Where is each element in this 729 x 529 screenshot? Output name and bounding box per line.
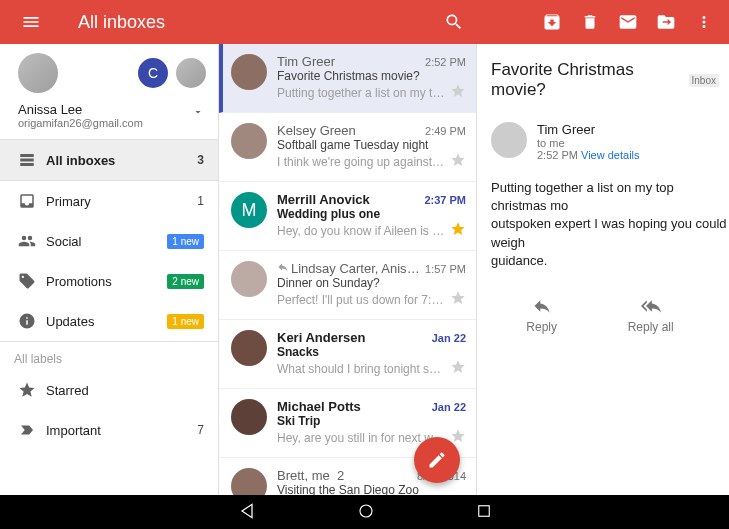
back-button[interactable]: [237, 501, 257, 524]
message-subject: Dinner on Sunday?: [277, 276, 466, 290]
message-item[interactable]: M Merrill Anovick 2:37 PM Wedding plus o…: [219, 182, 476, 251]
current-account-avatar[interactable]: [18, 53, 58, 93]
delete-icon[interactable]: [571, 0, 609, 44]
sidebar: C Anissa Lee origamifan26@gmail.com All …: [0, 44, 219, 495]
message-from: Michael Potts: [277, 399, 432, 414]
avatar[interactable]: M: [231, 192, 267, 228]
account-name: Anissa Lee: [18, 102, 192, 117]
svg-point-0: [360, 505, 372, 517]
message-from: Keri Andersen: [277, 330, 432, 345]
nav-label: Starred: [46, 383, 204, 398]
star-toggle[interactable]: [450, 221, 466, 240]
message-snippet: Putting together a list on my top christ…: [277, 86, 446, 100]
reply-all-button[interactable]: Reply all: [628, 296, 674, 334]
message-time: 2:52 PM: [425, 56, 466, 68]
reply-label: Reply: [526, 320, 557, 334]
compose-button[interactable]: [414, 437, 460, 483]
page-title: All inboxes: [78, 12, 165, 33]
nav-promotions[interactable]: Promotions 2 new: [0, 261, 218, 301]
nav-label: Important: [46, 423, 197, 438]
email-time: 2:52 PM: [537, 149, 578, 161]
reading-pane: Favorite Christmas movie? Inbox Tim Gree…: [477, 44, 729, 495]
message-item[interactable]: Kelsey Green 2:49 PM Softball game Tuesd…: [219, 113, 476, 182]
people-icon: [18, 232, 46, 250]
account-email: origamifan26@gmail.com: [18, 117, 192, 129]
account-info[interactable]: Anissa Lee origamifan26@gmail.com: [0, 96, 218, 139]
email-body: Putting together a list on my top christ…: [491, 179, 729, 270]
star-toggle[interactable]: [450, 83, 466, 102]
switch-account-letter[interactable]: C: [138, 58, 168, 88]
message-time: Jan 22: [432, 401, 466, 413]
message-time: 1:57 PM: [425, 263, 466, 275]
message-from: Merrill Anovick: [277, 192, 424, 207]
nav-important[interactable]: Important 7: [0, 410, 218, 450]
android-nav-bar: [0, 495, 729, 529]
nav-all-inboxes[interactable]: All inboxes 3: [0, 140, 218, 180]
nav-label: Primary: [46, 194, 197, 209]
message-from: Kelsey Green: [277, 123, 425, 138]
avatar[interactable]: [231, 261, 267, 297]
email-subject: Favorite Christmas movie?: [491, 60, 683, 100]
important-icon: [18, 421, 46, 439]
nav-label: All inboxes: [46, 153, 197, 168]
nav-social[interactable]: Social 1 new: [0, 221, 218, 261]
menu-icon[interactable]: [12, 0, 50, 44]
avatar[interactable]: [231, 54, 267, 90]
view-details-link[interactable]: View details: [581, 149, 640, 161]
avatar[interactable]: [231, 123, 267, 159]
mark-unread-icon[interactable]: [609, 0, 647, 44]
message-time: 2:37 PM: [424, 194, 466, 206]
other-account-avatar[interactable]: [176, 58, 206, 88]
message-subject: Wedding plus one: [277, 207, 466, 221]
reply-button[interactable]: Reply: [526, 296, 557, 334]
home-button[interactable]: [357, 502, 375, 523]
sender-avatar[interactable]: [491, 122, 527, 158]
nav-primary[interactable]: Primary 1: [0, 181, 218, 221]
nav-starred[interactable]: Starred: [0, 370, 218, 410]
email-to: to me: [537, 137, 640, 149]
overflow-menu-icon[interactable]: [685, 0, 723, 44]
account-avatars: C: [0, 44, 218, 96]
app-bar: All inboxes: [0, 0, 729, 44]
star-toggle[interactable]: [450, 359, 466, 378]
message-snippet: What should I bring tonight snack wise? …: [277, 362, 446, 376]
nav-badge: 2 new: [167, 274, 204, 289]
nav-badge: 1 new: [167, 234, 204, 249]
message-subject: Visiting the San Diego Zoo: [277, 483, 466, 495]
message-from: Lindsay Carter, Anissa Lee 3: [277, 261, 425, 276]
archive-icon[interactable]: [533, 0, 571, 44]
message-item[interactable]: Lindsay Carter, Anissa Lee 3 1:57 PM Din…: [219, 251, 476, 320]
email-from: Tim Greer: [537, 122, 640, 137]
caret-down-icon: [192, 102, 204, 121]
all-inboxes-icon: [18, 151, 46, 169]
nav-label: Updates: [46, 314, 167, 329]
message-item[interactable]: Tim Greer 2:52 PM Favorite Christmas mov…: [219, 44, 476, 113]
message-subject: Favorite Christmas movie?: [277, 69, 466, 83]
star-icon: [18, 381, 46, 399]
section-all-labels: All labels: [0, 342, 218, 370]
nav-label: Social: [46, 234, 167, 249]
nav-updates[interactable]: Updates 1 new: [0, 301, 218, 341]
message-time: Jan 22: [432, 332, 466, 344]
star-toggle[interactable]: [450, 290, 466, 309]
message-from: Tim Greer: [277, 54, 425, 69]
recent-apps-button[interactable]: [475, 502, 493, 523]
message-subject: Snacks: [277, 345, 466, 359]
message-list: Tim Greer 2:52 PM Favorite Christmas mov…: [219, 44, 477, 495]
avatar[interactable]: [231, 468, 267, 495]
nav-count: 1: [197, 194, 204, 208]
star-toggle[interactable]: [450, 152, 466, 171]
message-snippet: Hey, do you know if Aileen is still avai…: [277, 224, 446, 238]
move-to-icon[interactable]: [647, 0, 685, 44]
message-snippet: Perfect! I'll put us down for 7:30pm… In…: [277, 293, 446, 307]
message-subject: Softball game Tuesday night: [277, 138, 466, 152]
message-time: 2:49 PM: [425, 125, 466, 137]
search-icon[interactable]: [435, 0, 473, 44]
message-item[interactable]: Keri Andersen Jan 22 Snacks What should …: [219, 320, 476, 389]
reply-all-label: Reply all: [628, 320, 674, 334]
avatar[interactable]: [231, 399, 267, 435]
email-folder-label: Inbox: [689, 74, 719, 87]
avatar[interactable]: [231, 330, 267, 366]
nav-label: Promotions: [46, 274, 167, 289]
message-subject: Ski Trip: [277, 414, 466, 428]
